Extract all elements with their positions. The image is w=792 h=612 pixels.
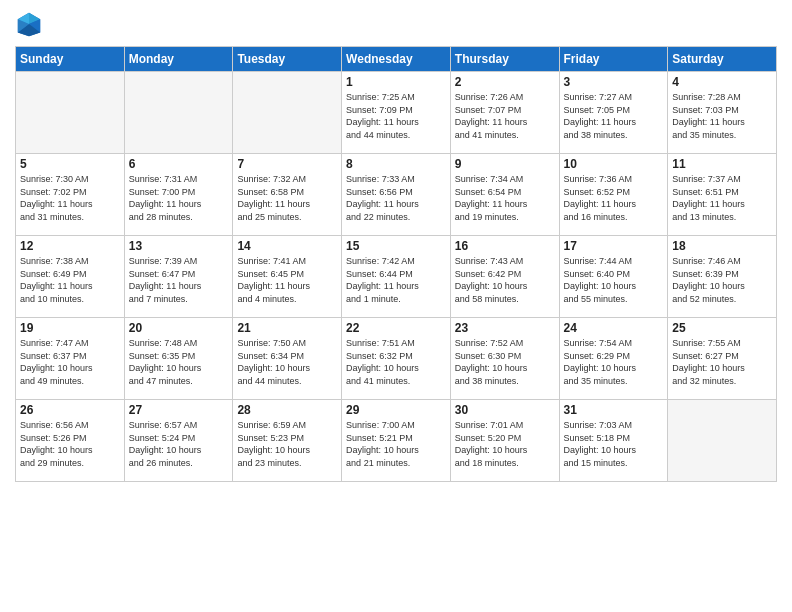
day-info: Sunrise: 7:47 AM Sunset: 6:37 PM Dayligh…	[20, 337, 120, 387]
weekday-header: Thursday	[450, 47, 559, 72]
calendar-table: SundayMondayTuesdayWednesdayThursdayFrid…	[15, 46, 777, 482]
weekday-header: Tuesday	[233, 47, 342, 72]
day-number: 4	[672, 75, 772, 89]
weekday-header: Monday	[124, 47, 233, 72]
calendar-week-row: 5Sunrise: 7:30 AM Sunset: 7:02 PM Daylig…	[16, 154, 777, 236]
day-info: Sunrise: 7:39 AM Sunset: 6:47 PM Dayligh…	[129, 255, 229, 305]
day-number: 16	[455, 239, 555, 253]
day-info: Sunrise: 7:34 AM Sunset: 6:54 PM Dayligh…	[455, 173, 555, 223]
calendar-cell: 23Sunrise: 7:52 AM Sunset: 6:30 PM Dayli…	[450, 318, 559, 400]
day-number: 17	[564, 239, 664, 253]
calendar-cell: 3Sunrise: 7:27 AM Sunset: 7:05 PM Daylig…	[559, 72, 668, 154]
day-number: 6	[129, 157, 229, 171]
calendar-cell: 5Sunrise: 7:30 AM Sunset: 7:02 PM Daylig…	[16, 154, 125, 236]
calendar-cell: 12Sunrise: 7:38 AM Sunset: 6:49 PM Dayli…	[16, 236, 125, 318]
day-number: 7	[237, 157, 337, 171]
day-number: 26	[20, 403, 120, 417]
day-number: 23	[455, 321, 555, 335]
day-info: Sunrise: 7:33 AM Sunset: 6:56 PM Dayligh…	[346, 173, 446, 223]
calendar-cell: 19Sunrise: 7:47 AM Sunset: 6:37 PM Dayli…	[16, 318, 125, 400]
day-number: 29	[346, 403, 446, 417]
day-number: 18	[672, 239, 772, 253]
calendar-cell: 29Sunrise: 7:00 AM Sunset: 5:21 PM Dayli…	[342, 400, 451, 482]
calendar-cell: 24Sunrise: 7:54 AM Sunset: 6:29 PM Dayli…	[559, 318, 668, 400]
calendar-cell: 11Sunrise: 7:37 AM Sunset: 6:51 PM Dayli…	[668, 154, 777, 236]
day-number: 21	[237, 321, 337, 335]
day-number: 10	[564, 157, 664, 171]
day-number: 2	[455, 75, 555, 89]
day-number: 1	[346, 75, 446, 89]
day-info: Sunrise: 7:41 AM Sunset: 6:45 PM Dayligh…	[237, 255, 337, 305]
day-number: 13	[129, 239, 229, 253]
calendar-cell: 22Sunrise: 7:51 AM Sunset: 6:32 PM Dayli…	[342, 318, 451, 400]
calendar-week-row: 12Sunrise: 7:38 AM Sunset: 6:49 PM Dayli…	[16, 236, 777, 318]
day-number: 31	[564, 403, 664, 417]
logo-icon	[15, 10, 43, 38]
calendar-cell: 31Sunrise: 7:03 AM Sunset: 5:18 PM Dayli…	[559, 400, 668, 482]
calendar-header-row: SundayMondayTuesdayWednesdayThursdayFrid…	[16, 47, 777, 72]
day-number: 20	[129, 321, 229, 335]
day-info: Sunrise: 7:32 AM Sunset: 6:58 PM Dayligh…	[237, 173, 337, 223]
day-number: 8	[346, 157, 446, 171]
calendar-week-row: 1Sunrise: 7:25 AM Sunset: 7:09 PM Daylig…	[16, 72, 777, 154]
day-info: Sunrise: 7:03 AM Sunset: 5:18 PM Dayligh…	[564, 419, 664, 469]
calendar-cell: 14Sunrise: 7:41 AM Sunset: 6:45 PM Dayli…	[233, 236, 342, 318]
calendar-week-row: 26Sunrise: 6:56 AM Sunset: 5:26 PM Dayli…	[16, 400, 777, 482]
calendar-cell: 6Sunrise: 7:31 AM Sunset: 7:00 PM Daylig…	[124, 154, 233, 236]
day-info: Sunrise: 7:31 AM Sunset: 7:00 PM Dayligh…	[129, 173, 229, 223]
day-number: 11	[672, 157, 772, 171]
day-info: Sunrise: 7:27 AM Sunset: 7:05 PM Dayligh…	[564, 91, 664, 141]
day-info: Sunrise: 7:36 AM Sunset: 6:52 PM Dayligh…	[564, 173, 664, 223]
calendar-cell: 10Sunrise: 7:36 AM Sunset: 6:52 PM Dayli…	[559, 154, 668, 236]
calendar-cell: 2Sunrise: 7:26 AM Sunset: 7:07 PM Daylig…	[450, 72, 559, 154]
day-number: 14	[237, 239, 337, 253]
calendar-cell: 8Sunrise: 7:33 AM Sunset: 6:56 PM Daylig…	[342, 154, 451, 236]
day-number: 15	[346, 239, 446, 253]
calendar-week-row: 19Sunrise: 7:47 AM Sunset: 6:37 PM Dayli…	[16, 318, 777, 400]
calendar-cell: 15Sunrise: 7:42 AM Sunset: 6:44 PM Dayli…	[342, 236, 451, 318]
day-info: Sunrise: 7:26 AM Sunset: 7:07 PM Dayligh…	[455, 91, 555, 141]
day-info: Sunrise: 7:46 AM Sunset: 6:39 PM Dayligh…	[672, 255, 772, 305]
day-number: 25	[672, 321, 772, 335]
day-number: 22	[346, 321, 446, 335]
calendar-cell: 20Sunrise: 7:48 AM Sunset: 6:35 PM Dayli…	[124, 318, 233, 400]
page: SundayMondayTuesdayWednesdayThursdayFrid…	[0, 0, 792, 612]
calendar-cell	[16, 72, 125, 154]
day-info: Sunrise: 7:00 AM Sunset: 5:21 PM Dayligh…	[346, 419, 446, 469]
calendar-cell: 21Sunrise: 7:50 AM Sunset: 6:34 PM Dayli…	[233, 318, 342, 400]
calendar-cell: 18Sunrise: 7:46 AM Sunset: 6:39 PM Dayli…	[668, 236, 777, 318]
day-info: Sunrise: 7:38 AM Sunset: 6:49 PM Dayligh…	[20, 255, 120, 305]
day-info: Sunrise: 7:30 AM Sunset: 7:02 PM Dayligh…	[20, 173, 120, 223]
weekday-header: Wednesday	[342, 47, 451, 72]
day-info: Sunrise: 7:01 AM Sunset: 5:20 PM Dayligh…	[455, 419, 555, 469]
calendar-cell	[124, 72, 233, 154]
day-info: Sunrise: 7:51 AM Sunset: 6:32 PM Dayligh…	[346, 337, 446, 387]
day-info: Sunrise: 7:48 AM Sunset: 6:35 PM Dayligh…	[129, 337, 229, 387]
day-info: Sunrise: 6:59 AM Sunset: 5:23 PM Dayligh…	[237, 419, 337, 469]
weekday-header: Saturday	[668, 47, 777, 72]
calendar-cell: 4Sunrise: 7:28 AM Sunset: 7:03 PM Daylig…	[668, 72, 777, 154]
calendar-cell	[668, 400, 777, 482]
weekday-header: Sunday	[16, 47, 125, 72]
day-info: Sunrise: 7:54 AM Sunset: 6:29 PM Dayligh…	[564, 337, 664, 387]
calendar-cell: 28Sunrise: 6:59 AM Sunset: 5:23 PM Dayli…	[233, 400, 342, 482]
calendar-cell: 16Sunrise: 7:43 AM Sunset: 6:42 PM Dayli…	[450, 236, 559, 318]
day-info: Sunrise: 7:43 AM Sunset: 6:42 PM Dayligh…	[455, 255, 555, 305]
calendar-cell: 27Sunrise: 6:57 AM Sunset: 5:24 PM Dayli…	[124, 400, 233, 482]
day-number: 9	[455, 157, 555, 171]
day-info: Sunrise: 6:57 AM Sunset: 5:24 PM Dayligh…	[129, 419, 229, 469]
day-number: 28	[237, 403, 337, 417]
calendar-cell: 26Sunrise: 6:56 AM Sunset: 5:26 PM Dayli…	[16, 400, 125, 482]
day-info: Sunrise: 6:56 AM Sunset: 5:26 PM Dayligh…	[20, 419, 120, 469]
calendar-cell: 30Sunrise: 7:01 AM Sunset: 5:20 PM Dayli…	[450, 400, 559, 482]
calendar-cell: 25Sunrise: 7:55 AM Sunset: 6:27 PM Dayli…	[668, 318, 777, 400]
day-info: Sunrise: 7:50 AM Sunset: 6:34 PM Dayligh…	[237, 337, 337, 387]
day-number: 12	[20, 239, 120, 253]
day-info: Sunrise: 7:44 AM Sunset: 6:40 PM Dayligh…	[564, 255, 664, 305]
day-info: Sunrise: 7:55 AM Sunset: 6:27 PM Dayligh…	[672, 337, 772, 387]
calendar-cell: 1Sunrise: 7:25 AM Sunset: 7:09 PM Daylig…	[342, 72, 451, 154]
day-number: 27	[129, 403, 229, 417]
calendar-cell: 13Sunrise: 7:39 AM Sunset: 6:47 PM Dayli…	[124, 236, 233, 318]
calendar-cell: 17Sunrise: 7:44 AM Sunset: 6:40 PM Dayli…	[559, 236, 668, 318]
day-number: 19	[20, 321, 120, 335]
